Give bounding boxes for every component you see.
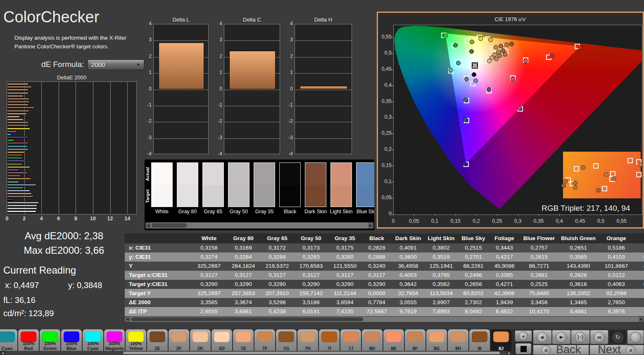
swatch <box>254 162 275 207</box>
table-cell: 0,3280 <box>328 253 362 262</box>
swatch-scrollbar-thumb[interactable] <box>152 223 187 228</box>
play-button[interactable]: ▶ <box>552 330 571 344</box>
axis-tick-label: 0,1 <box>428 218 442 224</box>
swatch-actual <box>203 163 223 185</box>
reading-y: y: 0,3848 <box>68 281 102 290</box>
cie-measured-dot <box>463 98 468 102</box>
table-cell: 0,3642 <box>392 280 425 289</box>
inset-target-marker <box>574 166 579 172</box>
deltae-bar <box>7 124 29 126</box>
table-scrollbar[interactable]: ◀ ▶ <box>125 317 644 322</box>
table-scrollbar-thumb[interactable] <box>131 317 363 321</box>
table-cell: 0,19 <box>634 253 644 262</box>
chevron-down-icon: ▼ <box>136 62 144 67</box>
axis-tick-label: 3 <box>283 37 293 43</box>
table-cell: 0,2656 <box>458 280 489 289</box>
de-formula-dropdown[interactable]: 2000 ▼ <box>88 60 144 70</box>
table-cell: 0,4217 <box>489 253 520 262</box>
table-cell: 0,5122 <box>598 271 634 280</box>
scroll-right-icon[interactable]: ▶ <box>368 222 373 229</box>
table-cell: 219,5372 <box>260 262 294 271</box>
axis-tick-label: 6 <box>52 216 65 222</box>
table-cell: 0,2515 <box>458 243 489 253</box>
play-icon: ▶ <box>556 332 567 343</box>
patch-color-chip <box>407 331 423 342</box>
next-button[interactable]: Next » <box>589 345 644 355</box>
tab-label: 100% Green <box>40 341 60 351</box>
table-cell: 7,6993 <box>425 307 458 316</box>
table-cell: 5,7 <box>634 307 644 316</box>
deltae-bar <box>7 166 30 168</box>
table-cell: 0,3175 <box>328 243 362 253</box>
scroll-left-icon[interactable]: ◀ <box>0 351 5 355</box>
back-button[interactable]: « Back <box>533 345 589 355</box>
swatch-scrollbar[interactable]: ◀ ▶ <box>145 222 373 229</box>
table-cell: 0,3274 <box>192 253 226 262</box>
inset-measured-dot <box>638 162 643 167</box>
table-column-header: Black <box>362 233 392 243</box>
tab-strip-scrollbar[interactable]: ◀ ▶ <box>0 351 512 355</box>
continuous-read-button[interactable]: ∞ <box>590 330 608 344</box>
table-cell: 0,3290 <box>362 280 392 289</box>
table-column-header: Pur <box>634 233 644 243</box>
cie-measured-dot <box>550 54 554 58</box>
table-cell: 0,3172 <box>260 243 294 253</box>
table-cell: 3,6861 <box>226 307 260 316</box>
table-cell: 0,3283 <box>294 253 328 262</box>
expand-panel-button[interactable]: ▲ <box>515 330 532 342</box>
table-cell: 86,7271 <box>520 262 558 271</box>
axis-tick <box>435 214 435 216</box>
grid-line <box>154 138 208 139</box>
patch-color-chip <box>429 331 444 342</box>
swatch-actual <box>152 163 172 185</box>
axis-tick <box>518 214 518 216</box>
step-button[interactable]: [··] <box>571 330 590 344</box>
table-cell: 2,6035 <box>192 307 226 316</box>
chevron-left-icon: « <box>541 345 551 355</box>
deltae-bar <box>7 210 36 212</box>
swatch <box>330 162 352 207</box>
swatch-target <box>228 185 249 207</box>
loop-icon: ↻ <box>613 332 623 343</box>
stop-pattern-button[interactable] <box>515 343 532 355</box>
table-cell: 3,3585 <box>192 298 226 307</box>
deltae-bar <box>7 172 28 174</box>
table-cell: 0,2757 <box>520 243 558 253</box>
table-cell: 0,3585 <box>558 253 598 262</box>
loop-read-button[interactable]: ↻ <box>608 330 627 344</box>
table-cell: 0,2888 <box>362 253 392 262</box>
deltae-bar <box>7 139 14 141</box>
table-cell: 5,4238 <box>260 307 294 316</box>
table-row-label: y: CIE31 <box>125 253 192 262</box>
blank-button[interactable] <box>627 330 644 344</box>
scroll-left-icon[interactable]: ◀ <box>125 317 130 322</box>
axis-tick-label: -2 <box>283 118 293 124</box>
axis-tick-label: 0,05 <box>406 218 421 224</box>
table-cell: 0,2828 <box>362 243 392 253</box>
scroll-left-icon[interactable]: ◀ <box>145 222 151 229</box>
grid-line <box>154 41 208 41</box>
table-cell: 0,3127 <box>328 271 362 280</box>
deltae-bar <box>7 145 28 148</box>
cie-measured-dot <box>463 117 468 122</box>
scroll-right-icon[interactable]: ▶ <box>506 351 512 355</box>
table-cell: 0,4103 <box>598 253 634 262</box>
table-column-header: Gray 65 <box>260 233 294 243</box>
inset-measured-dot <box>563 179 568 183</box>
de-formula-label: dE Formula: <box>41 60 84 69</box>
axis-tick <box>392 117 393 118</box>
table-cell: 3,5296 <box>260 298 294 307</box>
stop-button[interactable]: ■ <box>533 330 552 344</box>
table-row-label: ΔE 2000 <box>125 298 192 307</box>
reading-x: x: 0,4497 <box>5 281 39 290</box>
inset-measured-dot <box>573 181 577 185</box>
grid-line <box>295 106 352 106</box>
axis-tick-label: 0,55 <box>378 34 392 40</box>
scroll-right-icon[interactable]: ▶ <box>639 317 644 322</box>
table-cell: 0,3562 <box>425 280 458 289</box>
patch-color-chip <box>150 331 165 342</box>
swatch-target <box>331 185 352 207</box>
swatch-actual <box>177 163 198 185</box>
tab-scrollbar-thumb[interactable] <box>123 352 500 354</box>
table-cell: 0,3284 <box>226 253 260 262</box>
